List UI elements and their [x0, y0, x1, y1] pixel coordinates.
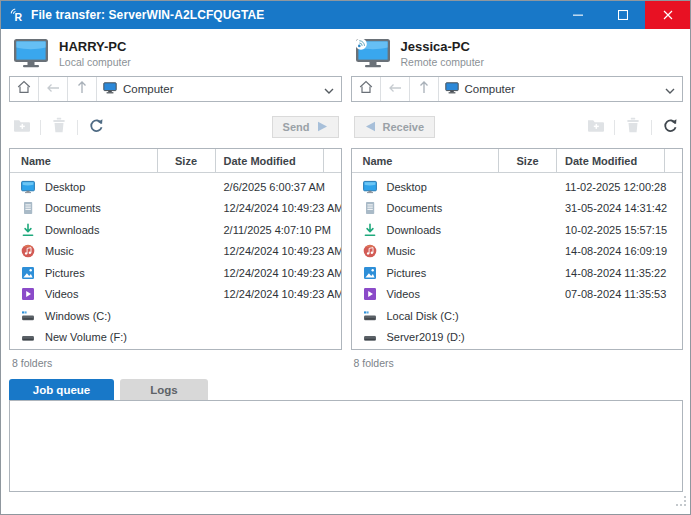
receive-button-label: Receive [383, 121, 425, 133]
home-icon [359, 80, 373, 98]
delete-button[interactable] [623, 117, 643, 137]
computer-icon [445, 80, 459, 98]
refresh-button[interactable] [86, 117, 106, 137]
maximize-icon [618, 6, 628, 24]
file-row[interactable]: Documents12/24/2024 10:49:23 AM [10, 198, 341, 220]
address-chevron[interactable] [317, 77, 341, 101]
computer-icon [103, 80, 117, 98]
file-date-cell: 2/11/2025 4:07:10 PM [216, 224, 341, 236]
file-date-cell: 31-05-2024 14:31:42 [557, 202, 682, 214]
close-icon [663, 6, 673, 24]
file-name: Desktop [45, 181, 85, 193]
remote-computer-icon [355, 38, 391, 72]
column-header-name[interactable]: Name [10, 149, 158, 172]
file-row[interactable]: Documents31-05-2024 14:31:42 [352, 198, 683, 220]
file-name: New Volume (F:) [45, 331, 127, 343]
resize-grip[interactable] [676, 493, 687, 511]
file-transfer-window: { "window": { "title": "File transfer: S… [0, 0, 691, 515]
file-list: Desktop2/6/2025 6:00:37 AMDocuments12/24… [10, 173, 341, 349]
file-name: Documents [387, 202, 443, 214]
arrow-left-icon [365, 121, 376, 134]
remote-app-icon: R [9, 7, 25, 23]
home-button[interactable] [352, 77, 381, 101]
home-button[interactable] [10, 77, 39, 101]
address-dropdown[interactable]: Computer [439, 77, 659, 101]
address-dropdown[interactable]: Computer [97, 77, 317, 101]
arrow-up-icon [76, 80, 88, 98]
local-navbar: Computer [9, 76, 342, 102]
arrow-back-icon [388, 80, 402, 98]
up-button[interactable] [68, 77, 97, 101]
file-name: Local Disk (C:) [387, 310, 459, 322]
column-header-date[interactable]: Date Modified [216, 149, 324, 172]
file-date-cell: 07-08-2024 11:35:53 [557, 288, 682, 300]
file-name-cell: New Volume (F:) [10, 330, 158, 344]
delete-icon [626, 117, 640, 137]
documents-icon [21, 201, 35, 215]
file-row[interactable]: Music14-08-2024 16:09:19 [352, 241, 683, 263]
refresh-icon [663, 118, 678, 137]
videos-icon [363, 287, 377, 301]
tab-logs[interactable]: Logs [120, 379, 208, 400]
file-name-cell: Local Disk (C:) [352, 309, 500, 323]
file-date-cell: 12/24/2024 10:49:23 AM [216, 267, 341, 279]
file-date-cell: 12/24/2024 10:49:23 AM [216, 245, 341, 257]
column-header-size[interactable]: Size [499, 149, 557, 172]
send-button[interactable]: Send [272, 116, 339, 138]
minimize-button[interactable] [555, 1, 600, 29]
column-header-size[interactable]: Size [158, 149, 216, 172]
maximize-button[interactable] [600, 1, 645, 29]
address-chevron[interactable] [658, 77, 682, 101]
column-header-name[interactable]: Name [352, 149, 500, 172]
file-name: Pictures [45, 267, 85, 279]
file-row[interactable]: Videos07-08-2024 11:35:53 [352, 284, 683, 306]
downloads-icon [21, 223, 35, 237]
file-name: Downloads [387, 224, 441, 236]
file-name-cell: Desktop [10, 180, 158, 194]
local-file-table: Name Size Date Modified Desktop2/6/2025 … [9, 148, 342, 350]
file-name-cell: Documents [352, 201, 500, 215]
delete-button[interactable] [49, 117, 69, 137]
column-header-date[interactable]: Date Modified [557, 149, 665, 172]
file-row[interactable]: Windows (C:) [10, 305, 341, 327]
back-button[interactable] [39, 77, 68, 101]
file-row[interactable]: Pictures12/24/2024 10:49:23 AM [10, 262, 341, 284]
desktop-icon [363, 180, 377, 194]
up-button[interactable] [410, 77, 439, 101]
receive-button[interactable]: Receive [354, 116, 436, 138]
file-name-cell: Pictures [10, 266, 158, 280]
pictures-icon [21, 266, 35, 280]
file-row[interactable]: Desktop11-02-2025 12:00:28 [352, 176, 683, 198]
file-row[interactable]: Videos12/24/2024 10:49:23 AM [10, 284, 341, 306]
file-row[interactable]: Desktop2/6/2025 6:00:37 AM [10, 176, 341, 198]
file-row[interactable]: Downloads10-02-2025 15:57:15 [352, 219, 683, 241]
home-icon [17, 80, 31, 98]
file-name: Music [387, 245, 416, 257]
refresh-button[interactable] [660, 117, 680, 137]
file-row[interactable]: New Volume (F:) [10, 327, 341, 349]
pictures-icon [363, 266, 377, 280]
file-name: Downloads [45, 224, 99, 236]
videos-icon [21, 287, 35, 301]
send-button-label: Send [283, 121, 310, 133]
file-row[interactable]: Server2019 (D:) [352, 327, 683, 349]
tab-job-queue[interactable]: Job queue [9, 379, 114, 400]
documents-icon [363, 201, 377, 215]
new-folder-button[interactable] [586, 117, 606, 137]
computer-role: Remote computer [401, 56, 484, 68]
file-name: Desktop [387, 181, 427, 193]
address-value: Computer [465, 83, 516, 95]
remote-status-text: 8 folders [351, 350, 684, 370]
close-button[interactable] [645, 1, 690, 29]
new-folder-button[interactable] [12, 117, 32, 137]
file-row[interactable]: Music12/24/2024 10:49:23 AM [10, 241, 341, 263]
local-computer-header: HARRY-PC Local computer [9, 36, 342, 76]
file-name-cell: Pictures [352, 266, 500, 280]
file-row[interactable]: Local Disk (C:) [352, 305, 683, 327]
chevron-down-icon [665, 80, 675, 98]
file-row[interactable]: Downloads2/11/2025 4:07:10 PM [10, 219, 341, 241]
back-button[interactable] [381, 77, 410, 101]
remote-computer-header: Jessica-PC Remote computer [351, 36, 684, 76]
file-row[interactable]: Pictures14-08-2024 11:35:22 [352, 262, 683, 284]
chevron-down-icon [324, 80, 334, 98]
